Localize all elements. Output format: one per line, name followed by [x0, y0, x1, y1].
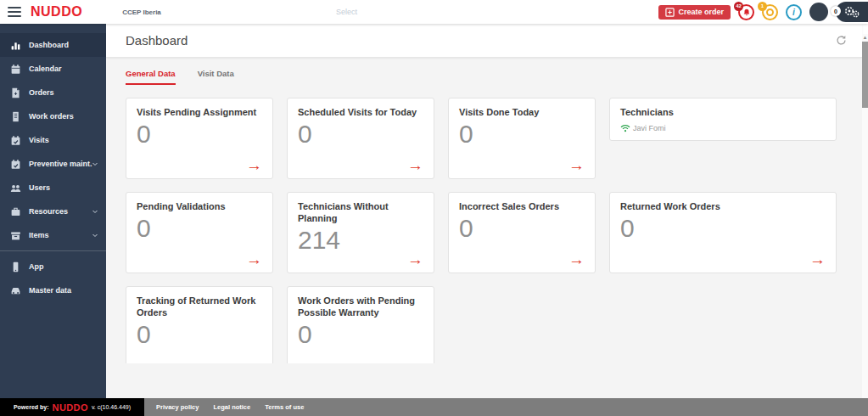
- footer-links: Privacy policy Legal notice Terms of use: [156, 403, 304, 411]
- chevron-down-icon: [92, 208, 98, 216]
- card-returned-work-orders[interactable]: Returned Work Orders 0 →: [609, 192, 837, 273]
- app-logo: NUDDO: [31, 4, 82, 20]
- sidebar-item-visits[interactable]: Visits: [0, 128, 106, 152]
- alerts-button[interactable]: 1: [762, 4, 778, 20]
- card-value: 0: [137, 320, 262, 350]
- card-technicians-without-planning[interactable]: Technicians Without Planning 214 →: [287, 192, 434, 273]
- card-value: 0: [298, 320, 423, 350]
- vertical-scrollbar[interactable]: ▲: [862, 34, 868, 398]
- legal-notice-link[interactable]: Legal notice: [213, 403, 250, 411]
- card-arrow-icon[interactable]: →: [407, 355, 423, 363]
- sidebar-item-label: Users: [29, 183, 50, 192]
- user-avatar[interactable]: [809, 3, 828, 21]
- resources-icon: [10, 206, 21, 217]
- scrollbar-thumb[interactable]: [862, 42, 868, 108]
- card-title: Visits Done Today: [459, 107, 585, 119]
- sidebar-item-orders[interactable]: Orders: [0, 81, 106, 104]
- terms-of-use-link[interactable]: Terms of use: [265, 403, 304, 411]
- card-work-orders-pending-warranty[interactable]: Work Orders with Pending Possible Warran…: [287, 286, 434, 363]
- sidebar-item-dashboard[interactable]: Dashboard: [0, 33, 106, 57]
- privacy-policy-link[interactable]: Privacy policy: [156, 403, 199, 411]
- technician-entry: Javi Fomi: [620, 124, 826, 132]
- version-label: v. c(10.46.449): [92, 404, 131, 410]
- alerts-badge: 1: [758, 2, 767, 11]
- powered-by-label: Powered by:: [14, 404, 49, 410]
- sidebar-item-users[interactable]: Users: [0, 176, 106, 200]
- refresh-icon: [836, 35, 847, 46]
- card-value: 0: [459, 214, 585, 244]
- settings-button[interactable]: 0: [836, 2, 868, 22]
- sidebar-item-items[interactable]: Items: [0, 223, 106, 247]
- sidebar-item-label: Items: [29, 231, 49, 239]
- tab-bar: General Data Visit Data: [126, 69, 862, 85]
- technician-name: Javi Fomi: [633, 124, 666, 132]
- refresh-button[interactable]: [836, 35, 847, 46]
- info-icon: i: [792, 8, 795, 17]
- company-name: CCEP Iberia: [122, 8, 161, 16]
- sidebar-item-app[interactable]: App: [0, 255, 106, 278]
- card-title: Pending Validations: [137, 201, 262, 213]
- settings-badge: 0: [831, 6, 841, 16]
- dashboard-content: General Data Visit Data Visits Pending A…: [106, 58, 862, 363]
- card-value: 0: [298, 120, 423, 149]
- sidebar-item-preventive-maint[interactable]: Preventive maint.: [0, 152, 106, 176]
- footer-bar: Powered by: NUDDO v. c(10.46.449) Privac…: [0, 398, 868, 416]
- notifications-badge: 42: [734, 2, 743, 11]
- sidebar-item-label: Master data: [29, 286, 71, 295]
- card-tracking-returned-work-orders[interactable]: Tracking of Returned Work Orders 0 →: [126, 286, 273, 363]
- card-arrow-icon[interactable]: →: [246, 251, 262, 267]
- info-button[interactable]: i: [786, 4, 802, 20]
- notifications-button[interactable]: 42: [738, 4, 754, 20]
- calendar-icon: [10, 64, 21, 75]
- scroll-up-arrow-icon[interactable]: ▲: [862, 34, 868, 41]
- card-value: 0: [137, 214, 262, 244]
- card-arrow-icon[interactable]: →: [568, 157, 585, 173]
- card-visits-done-today[interactable]: Visits Done Today 0 →: [448, 98, 596, 179]
- footer-brand-section: Powered by: NUDDO v. c(10.46.449): [0, 398, 144, 416]
- sidebar-item-calendar[interactable]: Calendar: [0, 57, 106, 81]
- visits-icon: [10, 135, 21, 146]
- card-arrow-icon[interactable]: →: [246, 355, 262, 363]
- card-visits-pending-assignment[interactable]: Visits Pending Assignment 0 →: [126, 98, 273, 179]
- card-title: Technicians Without Planning: [298, 201, 423, 225]
- sidebar-item-label: Dashboard: [29, 41, 69, 49]
- sidebar-item-label: Resources: [29, 207, 68, 216]
- main-area: Dashboard General Data Visit Data Visits…: [106, 24, 862, 398]
- sidebar-item-master-data[interactable]: Master data: [0, 278, 106, 302]
- footer-logo: NUDDO: [53, 402, 88, 413]
- card-incorrect-sales-orders[interactable]: Incorrect Sales Orders 0 →: [448, 192, 596, 273]
- card-pending-validations[interactable]: Pending Validations 0 →: [126, 192, 273, 273]
- sidebar-item-label: Visits: [29, 136, 49, 144]
- create-order-button[interactable]: Create order: [658, 5, 731, 20]
- tab-general-data[interactable]: General Data: [126, 69, 176, 85]
- sidebar-item-label: Orders: [29, 88, 54, 97]
- bell-icon: [742, 8, 751, 17]
- create-order-label: Create order: [678, 8, 724, 16]
- card-technicians: Technicians Javi Fomi: [609, 98, 837, 141]
- orders-icon: [10, 87, 21, 98]
- master-data-icon: [10, 285, 21, 296]
- tab-visit-data[interactable]: Visit Data: [198, 69, 234, 85]
- dashboard-icon: [10, 40, 21, 51]
- card-value: 214: [298, 226, 423, 256]
- card-arrow-icon[interactable]: →: [568, 251, 585, 267]
- card-arrow-icon[interactable]: →: [246, 157, 262, 173]
- coin-icon: [766, 8, 774, 16]
- card-arrow-icon[interactable]: →: [809, 251, 826, 267]
- card-arrow-icon[interactable]: →: [407, 251, 423, 267]
- chevron-down-icon: [92, 232, 98, 240]
- sidebar-item-label: Preventive maint.: [29, 160, 92, 168]
- card-arrow-icon[interactable]: →: [407, 157, 423, 173]
- chevron-down-icon: [92, 160, 98, 169]
- sidebar-item-label: Calendar: [29, 65, 62, 73]
- menu-hamburger-icon[interactable]: [8, 7, 21, 17]
- sidebar-item-resources[interactable]: Resources: [0, 200, 106, 223]
- sidebar-item-work-orders[interactable]: Work orders: [0, 104, 106, 128]
- global-select-dropdown[interactable]: Select: [336, 0, 357, 24]
- card-scheduled-visits-today[interactable]: Scheduled Visits for Today 0 →: [287, 98, 434, 179]
- users-icon: [10, 183, 21, 194]
- work-orders-icon: [10, 111, 21, 122]
- sidebar-item-label: Work orders: [29, 112, 74, 121]
- gears-icon: [843, 5, 861, 19]
- top-header: NUDDO CCEP Iberia Select Create order 42…: [0, 0, 868, 24]
